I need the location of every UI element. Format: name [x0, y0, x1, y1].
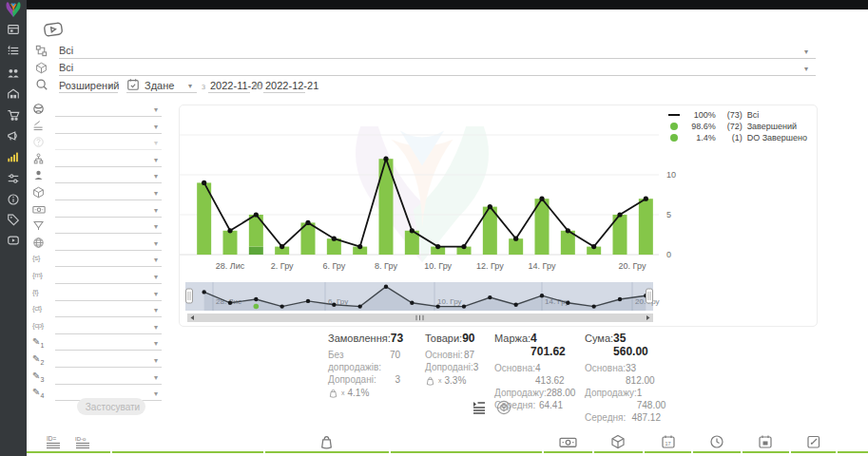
- tags-icon[interactable]: [7, 213, 20, 226]
- calendar-17-icon[interactable]: 17: [661, 434, 676, 449]
- clock-icon[interactable]: [709, 434, 724, 449]
- table-header-cell[interactable]: [544, 432, 592, 453]
- filter-row-help[interactable]: ▾: [32, 136, 165, 151]
- chevron-down-icon[interactable]: ▾: [154, 306, 158, 314]
- line-point[interactable]: [305, 220, 310, 225]
- chevron-down-icon[interactable]: ▾: [154, 356, 158, 365]
- warehouse-icon[interactable]: [7, 87, 20, 101]
- legend-item[interactable]: 100%(73)Всі: [666, 109, 807, 121]
- filter-row-price-lines[interactable]: ▾: [32, 120, 165, 135]
- bar-segment-completed[interactable]: [639, 199, 653, 255]
- chevron-down-icon[interactable]: ▾: [804, 48, 808, 56]
- line-point[interactable]: [280, 244, 284, 249]
- filter-row-sphere[interactable]: ▾: [32, 103, 165, 118]
- filter-row-banknote[interactable]: ▾: [32, 203, 165, 218]
- filter-row-funnel[interactable]: ▾: [32, 219, 165, 235]
- product-view-toggle[interactable]: [496, 400, 511, 415]
- chevron-down-icon[interactable]: ▾: [154, 273, 158, 281]
- id-equals-icon[interactable]: ID=: [46, 434, 62, 450]
- chevron-down-icon[interactable]: ▾: [154, 105, 158, 114]
- product-filter[interactable]: Всі: [59, 62, 73, 73]
- analytics-icon[interactable]: [7, 150, 20, 163]
- line-point[interactable]: [461, 244, 466, 249]
- filter-row-utm-cputm-[interactable]: {cp}▾: [32, 320, 165, 335]
- filter-row-utm-mutm-[interactable]: {m}▾: [32, 270, 165, 285]
- line-point[interactable]: [539, 197, 544, 201]
- chevron-down-icon[interactable]: ▾: [154, 339, 158, 348]
- table-header-cell[interactable]: ID=ID-o: [27, 432, 110, 453]
- filter-row-utm-tutm-[interactable]: {t}▾: [32, 287, 165, 302]
- line-point[interactable]: [410, 228, 415, 233]
- line-point[interactable]: [357, 244, 362, 249]
- chevron-down-icon[interactable]: ▾: [154, 139, 158, 147]
- chevron-down-icon[interactable]: ▾: [154, 390, 158, 398]
- line-point[interactable]: [591, 244, 596, 249]
- line-point[interactable]: [383, 157, 388, 162]
- banknote-icon[interactable]: [559, 435, 577, 449]
- bar-segment-completed[interactable]: [223, 231, 238, 255]
- clients-icon[interactable]: [7, 66, 20, 80]
- chevron-down-icon[interactable]: ▾: [154, 206, 158, 215]
- date-field-select[interactable]: Здане: [145, 80, 174, 91]
- chevron-down-icon[interactable]: ▾: [154, 123, 158, 131]
- table-header-cell[interactable]: [391, 432, 542, 453]
- chevron-down-icon[interactable]: ▾: [188, 82, 192, 90]
- settings-sliders-icon[interactable]: [7, 172, 20, 185]
- marketing-icon[interactable]: [7, 129, 20, 142]
- filter-row-custom-3[interactable]: ✎3▾: [32, 370, 165, 386]
- line-point[interactable]: [435, 244, 440, 249]
- line-point[interactable]: [617, 212, 622, 217]
- edit-square-icon[interactable]: [806, 434, 821, 449]
- line-point[interactable]: [227, 228, 232, 233]
- table-header-cell[interactable]: 17: [645, 432, 691, 453]
- video-icon[interactable]: [7, 234, 20, 247]
- chevron-down-icon[interactable]: ▾: [108, 82, 112, 90]
- chevron-down-icon[interactable]: ▾: [154, 156, 158, 164]
- table-header-cell[interactable]: [265, 432, 389, 453]
- chevron-down-icon[interactable]: ▾: [154, 189, 158, 198]
- brand-logo-icon[interactable]: [4, 1, 23, 20]
- legend-item[interactable]: 1.4%(1)DO Завершено: [666, 132, 807, 143]
- chevron-down-icon[interactable]: ▾: [154, 290, 158, 298]
- id-dash-o-icon[interactable]: ID-o: [75, 434, 91, 450]
- chevron-down-icon[interactable]: ▾: [154, 239, 158, 248]
- chevron-down-icon[interactable]: ▾: [154, 256, 158, 264]
- cart-icon[interactable]: [7, 108, 20, 122]
- chevron-down-icon[interactable]: ▾: [154, 373, 158, 382]
- bar-segment-do[interactable]: [249, 247, 263, 255]
- filter-row-utm-ctutm-[interactable]: {ct}▾: [32, 303, 165, 318]
- navigator-right-handle[interactable]: [646, 289, 653, 303]
- filter-row-custom-2[interactable]: ✎2▾: [32, 353, 165, 369]
- table-header-cell[interactable]: [112, 432, 263, 453]
- apply-button[interactable]: Застосувати: [77, 398, 145, 415]
- date-to-input[interactable]: 2022-12-21: [265, 80, 318, 91]
- filter-row-cube[interactable]: ▾: [32, 186, 165, 201]
- info-icon[interactable]: [7, 193, 20, 206]
- status-filter[interactable]: Всі: [59, 45, 73, 56]
- chevron-down-icon[interactable]: ▾: [154, 323, 158, 332]
- dashboard-icon[interactable]: [7, 23, 20, 36]
- chevron-down-icon[interactable]: ▾: [804, 65, 808, 73]
- filter-row-person[interactable]: ▾: [32, 169, 165, 184]
- orders-icon[interactable]: [7, 45, 20, 58]
- list-view-toggle[interactable]: [472, 400, 487, 415]
- search-icon[interactable]: [35, 78, 48, 95]
- chevron-down-icon[interactable]: ▾: [154, 222, 158, 231]
- line-point[interactable]: [254, 212, 259, 217]
- line-point[interactable]: [644, 197, 648, 201]
- bag-icon[interactable]: [319, 434, 334, 449]
- filter-row-globe[interactable]: ▾: [32, 237, 165, 252]
- table-header-cell[interactable]: [838, 432, 868, 453]
- calendar-box-icon[interactable]: [758, 434, 773, 449]
- cube-icon[interactable]: [610, 434, 626, 449]
- chevron-down-icon[interactable]: ▾: [154, 172, 158, 180]
- table-header-cell[interactable]: [693, 432, 740, 453]
- line-point[interactable]: [566, 228, 570, 233]
- legend-item[interactable]: 98.6%(72)Завершений: [666, 121, 807, 132]
- line-point[interactable]: [513, 237, 518, 241]
- line-point[interactable]: [332, 237, 337, 241]
- table-header-cell[interactable]: [743, 432, 789, 453]
- filter-row-hierarchy[interactable]: ▾: [32, 153, 165, 168]
- play-badge-icon[interactable]: [43, 21, 64, 38]
- filter-row-custom-1[interactable]: ✎1▾: [32, 336, 165, 352]
